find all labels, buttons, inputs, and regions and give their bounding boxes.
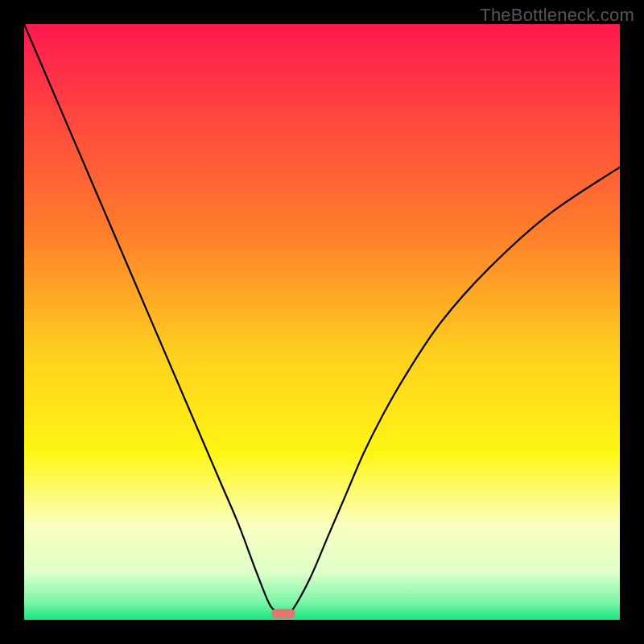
watermark-text: TheBottleneck.com: [480, 5, 634, 26]
min-marker: [271, 609, 295, 619]
plot-area: [24, 24, 620, 620]
chart-container: TheBottleneck.com: [0, 0, 644, 644]
chart-svg: [24, 24, 620, 620]
gradient-background: [24, 24, 620, 620]
